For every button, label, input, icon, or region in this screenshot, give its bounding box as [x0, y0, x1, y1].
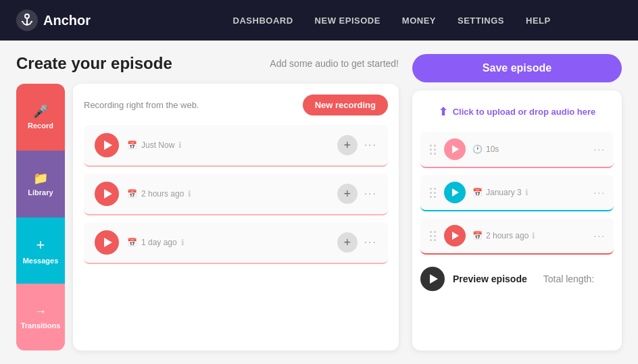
item-actions-2: + ···	[337, 184, 377, 204]
drag-handle-2[interactable]	[428, 186, 437, 199]
upload-item-2: 📅 January 3 ℹ ···	[420, 175, 614, 211]
preview-footer: Preview episode Total length:	[420, 261, 614, 296]
upload-duration-1: 10s	[486, 145, 499, 154]
recording-panel: Recording right from the web. New record…	[73, 84, 399, 350]
nav-money[interactable]: MONEY	[402, 16, 436, 26]
panel-description: Recording right from the web.	[84, 100, 199, 110]
upload-play-3[interactable]	[444, 225, 466, 246]
total-length-label: Total length:	[543, 274, 595, 284]
nav-settings[interactable]: SETTINGS	[458, 16, 504, 26]
transitions-icon: →	[34, 305, 47, 319]
calendar-icon-2: 📅	[127, 189, 137, 199]
more-button-3[interactable]: ···	[364, 236, 377, 249]
add-button-1[interactable]: +	[337, 135, 358, 155]
main-nav: DASHBOARD NEW EPISODE MONEY SETTINGS HEL…	[233, 16, 551, 26]
upload-item-1: 🕐 10s ···	[420, 132, 614, 168]
upload-item-3: 📅 2 hours ago ℹ ···	[420, 218, 614, 255]
sidebar-tab-transitions[interactable]: → Transitions	[16, 284, 65, 350]
upload-more-2[interactable]: ···	[593, 187, 606, 198]
info-icon-3: ℹ	[181, 238, 185, 247]
info-icon-up-2: ℹ	[525, 188, 529, 197]
library-icon: 📁	[33, 171, 48, 186]
timestamp-2: 2 hours ago	[141, 189, 184, 199]
info-icon-up-3: ℹ	[532, 231, 535, 240]
messages-icon: +	[36, 236, 45, 254]
logo-text: Anchor	[43, 13, 91, 28]
upload-meta-2: 📅 January 3 ℹ	[472, 188, 587, 197]
upload-play-2[interactable]	[444, 182, 466, 203]
calendar-icon-upload-2: 📅	[472, 188, 483, 197]
sidebar-tabs: 🎤 Record 📁 Library + Messages → Transiti…	[16, 84, 65, 350]
upload-header[interactable]: ⬆ Click to upload or drop audio here	[420, 99, 614, 125]
upload-label: Click to upload or drop audio here	[453, 107, 596, 117]
panel-header: Recording right from the web. New record…	[84, 95, 388, 115]
play-button-2[interactable]	[95, 182, 119, 206]
page-title: Create your episode	[16, 54, 172, 73]
app-header: Anchor DASHBOARD NEW EPISODE MONEY SETTI…	[0, 0, 638, 41]
recording-item-3: 📅 1 day ago ℹ + ···	[84, 222, 388, 264]
upload-timestamp-3: 2 hours ago	[486, 231, 529, 240]
sidebar-tab-record[interactable]: 🎤 Record	[16, 84, 65, 151]
nav-dashboard[interactable]: DASHBOARD	[233, 16, 293, 26]
record-label: Record	[28, 122, 53, 130]
calendar-icon-1: 📅	[127, 140, 137, 150]
upload-meta-1: 🕐 10s	[472, 145, 587, 154]
page-subtitle: Add some audio to get started!	[270, 58, 399, 69]
drag-handle-1[interactable]	[428, 143, 437, 156]
messages-label: Messages	[23, 257, 59, 265]
more-button-2[interactable]: ···	[364, 188, 377, 200]
preview-label: Preview episode	[453, 274, 527, 284]
sidebar-tab-library[interactable]: 📁 Library	[16, 151, 65, 217]
anchor-logo-icon	[16, 9, 38, 31]
calendar-icon-upload-3: 📅	[472, 231, 483, 240]
info-icon-1: ℹ	[178, 140, 182, 150]
recording-item: 📅 Just Now ℹ + ···	[84, 125, 388, 167]
upload-area: ⬆ Click to upload or drop audio here 🕐 1…	[412, 90, 622, 350]
timestamp-3: 1 day ago	[141, 238, 177, 247]
more-button-1[interactable]: ···	[364, 139, 377, 151]
add-button-3[interactable]: +	[337, 232, 358, 253]
upload-play-1[interactable]	[444, 138, 466, 160]
drag-handle-3[interactable]	[428, 230, 437, 242]
info-icon-2: ℹ	[188, 189, 191, 199]
nav-help[interactable]: HELP	[526, 16, 551, 26]
right-panel: Save episode ⬆ Click to upload or drop a…	[412, 54, 622, 350]
left-panel: Create your episode Add some audio to ge…	[16, 54, 399, 350]
library-label: Library	[28, 188, 53, 197]
upload-more-1[interactable]: ···	[593, 144, 606, 155]
upload-icon: ⬆	[439, 105, 447, 118]
upload-date-2: January 3	[486, 188, 522, 197]
item-actions-1: + ···	[337, 135, 377, 155]
calendar-icon-3: 📅	[127, 238, 137, 247]
item-meta-2: 📅 2 hours ago ℹ	[127, 189, 329, 199]
upload-meta-3: 📅 2 hours ago ℹ	[472, 231, 587, 240]
clock-icon-1: 🕐	[472, 145, 483, 154]
item-meta-3: 📅 1 day ago ℹ	[127, 238, 329, 247]
sidebar-tab-messages[interactable]: + Messages	[16, 217, 65, 284]
logo-area: Anchor	[16, 9, 91, 31]
play-button-3[interactable]	[95, 230, 119, 255]
main-content: Create your episode Add some audio to ge…	[0, 41, 638, 364]
timestamp-1: Just Now	[141, 140, 174, 150]
new-recording-button[interactable]: New recording	[303, 95, 388, 115]
record-icon: 🎤	[33, 104, 48, 119]
content-area: 🎤 Record 📁 Library + Messages → Transiti…	[16, 84, 399, 350]
nav-new-episode[interactable]: NEW EPISODE	[315, 16, 381, 26]
item-meta-1: 📅 Just Now ℹ	[127, 140, 329, 150]
item-actions-3: + ···	[337, 232, 377, 253]
transitions-label: Transitions	[21, 321, 61, 330]
upload-more-3[interactable]: ···	[593, 230, 606, 241]
play-button-1[interactable]	[95, 133, 119, 157]
add-button-2[interactable]: +	[337, 184, 358, 204]
recording-item-2: 📅 2 hours ago ℹ + ···	[84, 174, 388, 215]
save-episode-button[interactable]: Save episode	[412, 54, 622, 82]
page-header: Create your episode Add some audio to ge…	[16, 54, 399, 73]
preview-play-button[interactable]	[420, 267, 445, 291]
